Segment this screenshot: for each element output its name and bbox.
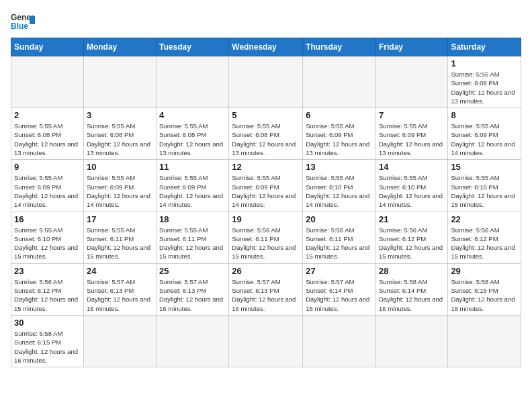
calendar-cell: 6Sunrise: 5:55 AM Sunset: 6:09 PM Daylig… <box>303 108 376 160</box>
logo: General Blue <box>11 11 38 31</box>
calendar-cell: 3Sunrise: 5:55 AM Sunset: 6:08 PM Daylig… <box>83 108 156 160</box>
calendar-cell: 28Sunrise: 5:58 AM Sunset: 6:14 PM Dayli… <box>375 263 447 315</box>
calendar-cell: 5Sunrise: 5:55 AM Sunset: 6:08 PM Daylig… <box>229 108 303 160</box>
day-number: 17 <box>87 214 153 224</box>
day-number: 11 <box>159 162 226 172</box>
day-info: Sunrise: 5:55 AM Sunset: 6:11 PM Dayligh… <box>159 226 226 261</box>
day-number: 6 <box>306 110 373 120</box>
day-number: 3 <box>87 110 153 120</box>
day-info: Sunrise: 5:58 AM Sunset: 6:14 PM Dayligh… <box>379 277 445 313</box>
calendar-cell: 1Sunrise: 5:55 AM Sunset: 6:08 PM Daylig… <box>448 56 521 108</box>
calendar-cell: 20Sunrise: 5:56 AM Sunset: 6:11 PM Dayli… <box>303 212 376 263</box>
calendar-cell: 2Sunrise: 5:55 AM Sunset: 6:08 PM Daylig… <box>11 108 84 160</box>
day-number: 30 <box>14 318 81 328</box>
day-info: Sunrise: 5:56 AM Sunset: 6:12 PM Dayligh… <box>379 226 445 261</box>
calendar-cell: 23Sunrise: 5:56 AM Sunset: 6:12 PM Dayli… <box>11 263 84 315</box>
day-number: 27 <box>306 266 373 276</box>
day-info: Sunrise: 5:58 AM Sunset: 6:15 PM Dayligh… <box>451 277 518 313</box>
day-info: Sunrise: 5:55 AM Sunset: 6:08 PM Dayligh… <box>14 122 81 157</box>
day-number: 1 <box>451 58 518 68</box>
page-header: General Blue <box>11 11 521 31</box>
calendar-cell: 10Sunrise: 5:55 AM Sunset: 6:09 PM Dayli… <box>83 160 156 212</box>
col-header-wednesday: Wednesday <box>229 38 303 56</box>
calendar-cell <box>83 56 156 108</box>
day-number: 29 <box>451 266 518 276</box>
svg-marker-2 <box>30 16 35 24</box>
day-info: Sunrise: 5:55 AM Sunset: 6:09 PM Dayligh… <box>14 173 81 209</box>
day-number: 25 <box>159 266 226 276</box>
calendar-cell: 13Sunrise: 5:55 AM Sunset: 6:10 PM Dayli… <box>303 160 376 212</box>
day-number: 19 <box>232 214 300 224</box>
calendar-cell: 11Sunrise: 5:55 AM Sunset: 6:09 PM Dayli… <box>157 160 229 212</box>
calendar-cell <box>448 315 521 367</box>
day-info: Sunrise: 5:55 AM Sunset: 6:08 PM Dayligh… <box>451 70 518 105</box>
col-header-saturday: Saturday <box>448 38 521 56</box>
day-info: Sunrise: 5:57 AM Sunset: 6:13 PM Dayligh… <box>232 277 300 313</box>
calendar-cell <box>83 315 156 367</box>
day-number: 15 <box>451 162 518 172</box>
calendar-cell: 24Sunrise: 5:57 AM Sunset: 6:13 PM Dayli… <box>83 263 156 315</box>
col-header-tuesday: Tuesday <box>157 38 229 56</box>
day-number: 7 <box>379 110 445 120</box>
calendar-cell <box>375 315 447 367</box>
calendar-cell: 22Sunrise: 5:56 AM Sunset: 6:12 PM Dayli… <box>448 212 521 263</box>
calendar-cell: 27Sunrise: 5:57 AM Sunset: 6:14 PM Dayli… <box>303 263 376 315</box>
day-number: 24 <box>87 266 153 276</box>
svg-text:Blue: Blue <box>11 21 28 31</box>
calendar-cell: 15Sunrise: 5:55 AM Sunset: 6:10 PM Dayli… <box>448 160 521 212</box>
day-number: 13 <box>306 162 373 172</box>
day-number: 26 <box>232 266 300 276</box>
col-header-sunday: Sunday <box>11 38 84 56</box>
col-header-monday: Monday <box>83 38 156 56</box>
calendar-cell: 18Sunrise: 5:55 AM Sunset: 6:11 PM Dayli… <box>157 212 229 263</box>
day-info: Sunrise: 5:55 AM Sunset: 6:10 PM Dayligh… <box>306 173 373 209</box>
calendar-cell: 29Sunrise: 5:58 AM Sunset: 6:15 PM Dayli… <box>448 263 521 315</box>
day-number: 5 <box>232 110 300 120</box>
day-number: 18 <box>159 214 226 224</box>
day-info: Sunrise: 5:55 AM Sunset: 6:09 PM Dayligh… <box>232 173 300 209</box>
calendar-cell: 19Sunrise: 5:56 AM Sunset: 6:11 PM Dayli… <box>229 212 303 263</box>
day-info: Sunrise: 5:55 AM Sunset: 6:09 PM Dayligh… <box>451 122 518 157</box>
col-header-friday: Friday <box>375 38 447 56</box>
calendar-cell: 17Sunrise: 5:55 AM Sunset: 6:11 PM Dayli… <box>83 212 156 263</box>
day-number: 14 <box>379 162 445 172</box>
day-number: 22 <box>451 214 518 224</box>
day-info: Sunrise: 5:55 AM Sunset: 6:10 PM Dayligh… <box>379 173 445 209</box>
day-number: 20 <box>306 214 373 224</box>
day-number: 2 <box>14 110 81 120</box>
day-info: Sunrise: 5:55 AM Sunset: 6:10 PM Dayligh… <box>451 173 518 209</box>
day-info: Sunrise: 5:55 AM Sunset: 6:10 PM Dayligh… <box>14 226 81 261</box>
day-info: Sunrise: 5:55 AM Sunset: 6:09 PM Dayligh… <box>379 122 445 157</box>
calendar-cell <box>157 315 229 367</box>
day-number: 9 <box>14 162 81 172</box>
day-info: Sunrise: 5:55 AM Sunset: 6:08 PM Dayligh… <box>87 122 153 157</box>
day-number: 21 <box>379 214 445 224</box>
calendar-cell <box>157 56 229 108</box>
calendar-cell: 14Sunrise: 5:55 AM Sunset: 6:10 PM Dayli… <box>375 160 447 212</box>
calendar-cell: 8Sunrise: 5:55 AM Sunset: 6:09 PM Daylig… <box>448 108 521 160</box>
calendar-cell: 16Sunrise: 5:55 AM Sunset: 6:10 PM Dayli… <box>11 212 84 263</box>
col-header-thursday: Thursday <box>303 38 376 56</box>
day-number: 28 <box>379 266 445 276</box>
day-info: Sunrise: 5:55 AM Sunset: 6:09 PM Dayligh… <box>306 122 373 157</box>
calendar-cell: 21Sunrise: 5:56 AM Sunset: 6:12 PM Dayli… <box>375 212 447 263</box>
day-info: Sunrise: 5:57 AM Sunset: 6:13 PM Dayligh… <box>159 277 226 313</box>
day-info: Sunrise: 5:55 AM Sunset: 6:08 PM Dayligh… <box>232 122 300 157</box>
calendar-table: SundayMondayTuesdayWednesdayThursdayFrid… <box>11 38 521 367</box>
calendar-cell <box>229 56 303 108</box>
calendar-cell <box>229 315 303 367</box>
calendar-cell: 26Sunrise: 5:57 AM Sunset: 6:13 PM Dayli… <box>229 263 303 315</box>
day-info: Sunrise: 5:56 AM Sunset: 6:11 PM Dayligh… <box>232 226 300 261</box>
calendar-cell: 7Sunrise: 5:55 AM Sunset: 6:09 PM Daylig… <box>375 108 447 160</box>
day-number: 10 <box>87 162 153 172</box>
day-info: Sunrise: 5:55 AM Sunset: 6:09 PM Dayligh… <box>87 173 153 209</box>
calendar-cell: 4Sunrise: 5:55 AM Sunset: 6:08 PM Daylig… <box>157 108 229 160</box>
calendar-cell <box>303 315 376 367</box>
calendar-cell: 12Sunrise: 5:55 AM Sunset: 6:09 PM Dayli… <box>229 160 303 212</box>
day-info: Sunrise: 5:55 AM Sunset: 6:11 PM Dayligh… <box>87 226 153 261</box>
calendar-cell <box>375 56 447 108</box>
day-info: Sunrise: 5:57 AM Sunset: 6:14 PM Dayligh… <box>306 277 373 313</box>
day-info: Sunrise: 5:56 AM Sunset: 6:12 PM Dayligh… <box>451 226 518 261</box>
logo-icon: General Blue <box>11 11 35 31</box>
day-number: 23 <box>14 266 81 276</box>
